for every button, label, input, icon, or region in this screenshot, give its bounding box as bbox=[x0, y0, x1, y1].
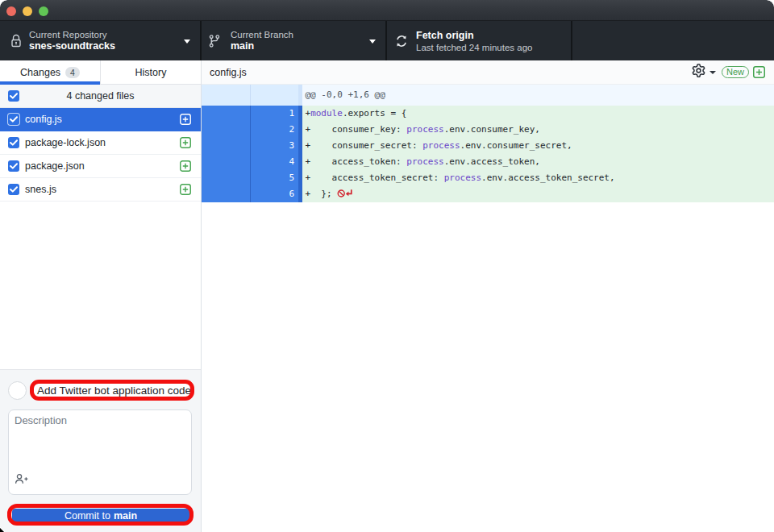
file-row-package-json[interactable]: package.json bbox=[0, 155, 201, 178]
code-segment: .env.access_token_secret, bbox=[481, 172, 615, 183]
commit-summary-input[interactable]: Add Twitter bot application code bbox=[32, 383, 193, 398]
diff-line[interactable]: 5 + access_token_secret: process.env.acc… bbox=[202, 170, 774, 186]
file-row-snes-js[interactable]: snes.js bbox=[0, 178, 201, 202]
gutter-old-line-col bbox=[202, 186, 251, 202]
hunk-header-text: @@ -0,0 +1,6 @@ bbox=[302, 85, 774, 106]
toolbar: Current Repository snes-soundtracks Curr… bbox=[0, 20, 774, 60]
file-name: package.json bbox=[25, 160, 85, 172]
changed-files-count: 4 changed files bbox=[0, 90, 201, 102]
code-keyword: process bbox=[444, 172, 481, 183]
description-placeholder: Description bbox=[15, 414, 67, 426]
line-number: 5 bbox=[251, 170, 298, 186]
tab-changes[interactable]: Changes 4 bbox=[0, 60, 100, 85]
close-button[interactable] bbox=[6, 6, 16, 16]
file-checkbox[interactable] bbox=[8, 114, 19, 125]
commit-description-textarea[interactable]: Description bbox=[8, 409, 192, 495]
code-segment: .env.consumer_key, bbox=[444, 124, 540, 135]
code-keyword: process bbox=[422, 140, 460, 151]
diff-line[interactable]: 6 + }; bbox=[202, 186, 774, 202]
current-repository-button[interactable]: Current Repository snes-soundtracks bbox=[0, 21, 202, 60]
diff-header: config.js New bbox=[202, 60, 774, 85]
gutter-old-line-col bbox=[202, 85, 251, 106]
diff-hunk-header: @@ -0,0 +1,6 @@ bbox=[202, 85, 774, 106]
diff-line[interactable]: 4 + access_token: process.env.access_tok… bbox=[202, 154, 774, 170]
toolbar-spacer bbox=[572, 21, 774, 60]
current-branch-button[interactable]: Current Branch main bbox=[202, 21, 387, 60]
line-number: 6 bbox=[251, 186, 298, 202]
file-name: snes.js bbox=[25, 184, 56, 195]
code-segment: + consumer_key: bbox=[306, 124, 407, 135]
file-name: package-lock.json bbox=[25, 137, 106, 148]
code-segment: + }; bbox=[306, 189, 338, 199]
code-keyword: module bbox=[310, 108, 343, 118]
titlebar bbox=[0, 0, 774, 20]
file-row-config-js[interactable]: config.js bbox=[0, 108, 201, 131]
sidebar: Changes 4 History 4 changed files config… bbox=[0, 60, 202, 532]
file-added-icon bbox=[180, 160, 191, 172]
line-number: 4 bbox=[251, 154, 298, 170]
current-branch-label: Current Branch bbox=[231, 30, 293, 40]
sync-icon bbox=[395, 35, 408, 48]
current-repository-label: Current Repository bbox=[29, 30, 115, 40]
gutter-old-line-col bbox=[202, 138, 251, 154]
avatar bbox=[8, 381, 27, 400]
code-segment: + access_token: bbox=[306, 156, 407, 167]
gutter-old-line-col bbox=[202, 122, 251, 138]
sidebar-tabs: Changes 4 History bbox=[0, 60, 201, 85]
git-branch-icon bbox=[209, 33, 220, 48]
code-segment: .exports = { bbox=[343, 108, 406, 118]
gutter-old-line-col bbox=[202, 154, 251, 170]
add-coauthor-icon[interactable] bbox=[14, 472, 30, 488]
code-segment: + consumer_secret: bbox=[306, 140, 423, 151]
diff-line[interactable]: 1 +module.exports = { bbox=[202, 106, 774, 122]
line-number: 2 bbox=[251, 122, 298, 138]
diff-file-title: config.js bbox=[210, 67, 247, 78]
no-newline-icon bbox=[337, 189, 353, 199]
file-added-icon bbox=[180, 184, 191, 195]
changes-count-badge: 4 bbox=[65, 67, 80, 78]
line-number: 1 bbox=[251, 106, 298, 122]
commit-button-branch: main bbox=[114, 510, 137, 522]
tab-history-label: History bbox=[135, 67, 167, 78]
code-segment: .env.consumer_secret, bbox=[460, 140, 572, 151]
chevron-down-icon bbox=[184, 39, 190, 44]
commit-form: Add Twitter bot application code Descrip… bbox=[0, 369, 201, 532]
diff-line[interactable]: 2 + consumer_key: process.env.consumer_k… bbox=[202, 122, 774, 138]
current-branch-value: main bbox=[231, 40, 293, 52]
commit-button[interactable]: Commit to main bbox=[12, 509, 189, 522]
file-added-icon bbox=[180, 137, 191, 148]
current-repository-value: snes-soundtracks bbox=[29, 40, 115, 52]
code-segment: .env.access_token, bbox=[444, 156, 540, 167]
code-keyword: process bbox=[406, 124, 443, 135]
fetch-origin-button[interactable]: Fetch origin Last fetched 24 minutes ago bbox=[387, 21, 572, 60]
gutter-new-line-col bbox=[251, 85, 298, 106]
diff-header-actions: New bbox=[692, 64, 765, 81]
gear-icon[interactable] bbox=[692, 64, 705, 81]
zoom-button[interactable] bbox=[39, 6, 48, 16]
file-added-icon bbox=[180, 114, 191, 125]
code-segment: + access_token_secret: bbox=[306, 172, 444, 183]
file-checkbox[interactable] bbox=[8, 184, 19, 195]
minimize-button[interactable] bbox=[23, 6, 32, 16]
gutter-old-line-col bbox=[202, 170, 251, 186]
changed-files-header: 4 changed files bbox=[0, 85, 201, 108]
tab-history[interactable]: History bbox=[100, 60, 201, 85]
commit-button-label: Commit to bbox=[64, 510, 110, 522]
github-desktop-window: Current Repository snes-soundtracks Curr… bbox=[0, 0, 774, 532]
diff-view: config.js New @@ -0,0 +1,6 @@ bbox=[202, 60, 774, 532]
file-name: config.js bbox=[25, 114, 62, 125]
file-row-package-lock-json[interactable]: package-lock.json bbox=[0, 131, 201, 155]
file-checkbox[interactable] bbox=[8, 160, 19, 172]
chevron-down-icon bbox=[369, 39, 376, 44]
gutter-old-line-col bbox=[202, 106, 251, 122]
lock-icon bbox=[10, 34, 23, 48]
tab-changes-label: Changes bbox=[20, 67, 60, 78]
expand-diff-icon[interactable] bbox=[753, 66, 765, 78]
code-keyword: process bbox=[406, 156, 443, 167]
file-checkbox[interactable] bbox=[8, 137, 19, 148]
fetch-origin-label: Fetch origin bbox=[416, 29, 533, 41]
chevron-down-icon[interactable] bbox=[710, 71, 716, 74]
diff-line[interactable]: 3 + consumer_secret: process.env.consume… bbox=[202, 138, 774, 154]
mouse-cursor bbox=[0, 527, 6, 532]
line-number: 3 bbox=[251, 138, 298, 154]
